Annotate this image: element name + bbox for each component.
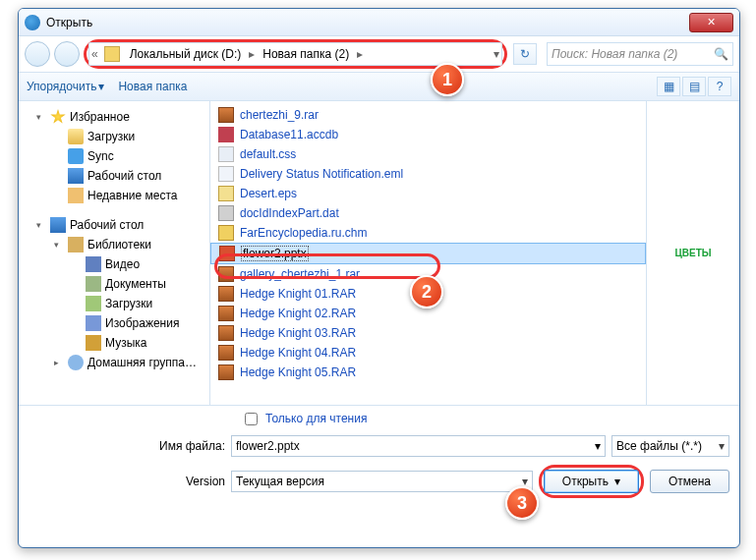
rar-file-icon — [218, 266, 234, 282]
sidebar-item[interactable]: Музыка — [19, 333, 209, 353]
sidebar-item-label: Загрузки — [105, 297, 152, 310]
help-button[interactable]: ? — [708, 77, 731, 96]
file-name: chertezhi_9.rar — [240, 108, 319, 122]
rar-file-icon — [218, 325, 234, 341]
file-name: Hedge Knight 02.RAR — [240, 307, 356, 320]
file-item[interactable]: Hedge Knight 05.RAR — [210, 363, 646, 382]
expand-icon[interactable]: ▾ — [36, 220, 46, 230]
sidebar-item[interactable]: Sync — [19, 146, 209, 166]
close-button[interactable]: × — [689, 13, 733, 32]
file-name: flower2.pptx — [241, 246, 309, 261]
readonly-label: Только для чтения — [265, 412, 367, 425]
refresh-button[interactable]: ↻ — [513, 43, 537, 65]
version-combo[interactable]: Текущая версия ▾ — [231, 471, 533, 492]
search-icon[interactable]: 🔍 — [714, 47, 728, 61]
sidebar-item[interactable]: Загрузки — [19, 127, 209, 146]
expand-icon[interactable]: ▸ — [54, 358, 64, 367]
file-name: Hedge Knight 03.RAR — [240, 326, 356, 340]
file-item[interactable]: flower2.pptx — [210, 243, 646, 264]
file-item[interactable]: Hedge Knight 04.RAR — [210, 343, 646, 363]
file-item[interactable]: Database11.accdb — [210, 125, 646, 144]
annotation-badge-3: 3 — [505, 486, 539, 520]
file-item[interactable]: default.css — [210, 144, 646, 164]
annotation-badge-2: 2 — [410, 275, 443, 308]
file-list[interactable]: chertezhi_9.rarDatabase11.accdbdefault.c… — [210, 101, 646, 405]
readonly-checkbox[interactable] — [245, 413, 258, 425]
eps-file-icon — [218, 186, 234, 201]
version-row: Version Текущая версия ▾ Открыть ▾ Отмен… — [19, 461, 739, 502]
file-name: Desert.eps — [240, 187, 297, 200]
rar-file-icon — [218, 107, 234, 123]
chevron-right-icon[interactable]: ▸ — [355, 47, 365, 61]
file-name: docIdIndexPart.dat — [240, 206, 339, 220]
open-button[interactable]: Открыть ▾ — [544, 470, 639, 493]
sidebar-item[interactable]: Видео — [19, 254, 209, 274]
file-item[interactable]: Delivery Status Notification.eml — [210, 164, 646, 184]
sidebar-item[interactable]: Изображения — [19, 313, 209, 333]
sidebar-item[interactable]: Загрузки — [19, 294, 209, 313]
view-list-button[interactable]: ▤ — [682, 77, 706, 96]
view-icons-button[interactable]: ▦ — [657, 77, 680, 96]
filename-row: Имя файла: flower2.pptx ▾ Все файлы (*.*… — [19, 431, 739, 461]
expand-icon[interactable]: ▾ — [54, 240, 64, 250]
organize-menu[interactable]: Упорядочить ▾ — [27, 80, 104, 93]
file-name: default.css — [240, 147, 296, 161]
file-item[interactable]: chertezhi_9.rar — [210, 105, 646, 125]
address-bar[interactable]: « Локальный диск (D:) ▸ Новая папка (2) … — [88, 42, 502, 66]
rar-file-icon — [218, 345, 234, 361]
preview-pane: ЦВЕТЫ — [646, 101, 739, 405]
new-folder-button[interactable]: Новая папка — [118, 80, 187, 93]
sidebar-item[interactable]: Рабочий стол — [19, 166, 209, 186]
db-file-icon — [218, 127, 234, 142]
expand-icon[interactable]: ▾ — [36, 112, 46, 122]
dl-icon — [86, 296, 101, 311]
chevron-down-icon: ▾ — [719, 439, 725, 453]
search-input[interactable]: Поиск: Новая папка (2) 🔍 — [547, 42, 733, 66]
readonly-row: Только для чтения — [19, 406, 739, 431]
sidebar-item[interactable]: ▾Рабочий стол — [19, 215, 209, 235]
chevron-right-icon[interactable]: ▸ — [247, 47, 257, 61]
cancel-button[interactable]: Отмена — [650, 470, 729, 493]
annotation-badge-1: 1 — [431, 63, 464, 96]
sidebar-item[interactable]: Недавние места — [19, 186, 209, 205]
sidebar-item[interactable]: ▾Библиотеки — [19, 235, 209, 254]
sidebar-item-label: Загрузки — [87, 130, 135, 143]
sidebar-item-label: Изображения — [105, 316, 179, 330]
filename-input[interactable]: flower2.pptx ▾ — [231, 435, 606, 457]
sidebar-item[interactable]: ▾Избранное — [19, 107, 209, 127]
desk-icon — [50, 217, 66, 233]
sidebar-item-label: Рабочий стол — [87, 169, 161, 183]
version-label: Version — [29, 475, 225, 488]
sidebar-item-label: Sync — [87, 149, 114, 163]
vid-icon — [86, 256, 101, 272]
sidebar-tree[interactable]: ▾ИзбранноеЗагрузкиSyncРабочий столНедавн… — [19, 101, 210, 405]
search-placeholder: Поиск: Новая папка (2) — [552, 47, 677, 61]
open-button-highlight: Открыть ▾ — [539, 465, 644, 498]
sidebar-item-label: Библиотеки — [87, 238, 151, 252]
breadcrumb[interactable]: Новая папка (2) — [257, 47, 355, 61]
sidebar-item-label: Документы — [105, 277, 166, 291]
sidebar-item[interactable]: Документы — [19, 274, 209, 294]
sidebar-item-label: Музыка — [105, 336, 146, 350]
file-item[interactable]: Hedge Knight 03.RAR — [210, 323, 646, 343]
sidebar-item[interactable]: ▸Домашняя группа… — [19, 353, 209, 372]
rar-file-icon — [218, 364, 234, 380]
file-item[interactable]: Desert.eps — [210, 184, 646, 203]
nav-toolbar: « Локальный диск (D:) ▸ Новая папка (2) … — [19, 36, 739, 72]
back-button[interactable] — [25, 41, 50, 67]
file-item[interactable]: docIdIndexPart.dat — [210, 203, 646, 223]
address-dropdown-icon[interactable]: ▾ — [492, 47, 501, 61]
address-overflow-icon[interactable]: « — [89, 47, 100, 61]
filetype-combo[interactable]: Все файлы (*.*) ▾ — [611, 435, 729, 457]
dat-file-icon — [218, 205, 234, 221]
sidebar-item-label: Видео — [105, 257, 140, 271]
eml-file-icon — [218, 166, 234, 182]
recent-icon — [68, 188, 84, 203]
sync-icon — [68, 148, 84, 164]
filename-dropdown-icon[interactable]: ▾ — [595, 439, 601, 453]
lib-icon — [68, 237, 84, 252]
breadcrumb[interactable]: Локальный диск (D:) — [124, 47, 248, 61]
forward-button[interactable] — [54, 41, 80, 67]
file-item[interactable]: FarEncyclopedia.ru.chm — [210, 223, 646, 243]
img-icon — [86, 315, 101, 331]
